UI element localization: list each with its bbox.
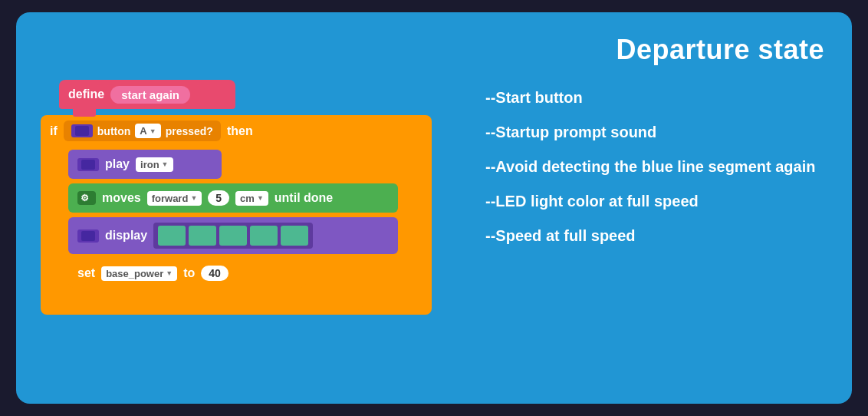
led-cell-1 [158, 226, 186, 246]
dropdown-arrow-direction: ▼ [190, 194, 197, 202]
distance-value[interactable]: 5 [208, 190, 229, 206]
dropdown-arrow-var: ▼ [166, 269, 173, 277]
moves-label: moves [102, 191, 141, 205]
card: Departure state define start again if [16, 12, 852, 404]
note-4: --LED light color at full speed [485, 191, 815, 212]
if-header: if button A ▼ pressed? then [41, 115, 432, 147]
led-grid [153, 223, 313, 249]
note-1: --Start button [485, 87, 815, 108]
define-name: start again [110, 86, 190, 104]
variable-dropdown[interactable]: base_power ▼ [101, 266, 177, 281]
play-block: play iron ▼ [68, 150, 222, 179]
then-label: then [227, 124, 253, 138]
pressed-label: pressed? [166, 125, 213, 137]
if-wrapper: if button A ▼ pressed? then [41, 115, 432, 315]
sound-dropdown[interactable]: iron ▼ [136, 157, 173, 172]
display-sensor-inner [81, 231, 95, 241]
card-title: Departure state [41, 34, 824, 66]
define-block: define start again [59, 80, 235, 109]
display-label: display [105, 229, 147, 243]
led-cell-2 [189, 226, 216, 246]
button-value-dropdown[interactable]: A ▼ [135, 124, 160, 138]
define-label: define [68, 87, 104, 101]
led-cell-3 [219, 226, 247, 246]
moves-icon [77, 191, 96, 205]
sensor-icon [71, 124, 93, 137]
play-label: play [105, 157, 130, 171]
card-body: define start again if button [41, 80, 824, 315]
dropdown-arrow-button: ▼ [150, 127, 156, 135]
play-sensor-inner [81, 160, 95, 170]
dropdown-arrow-unit: ▼ [257, 194, 264, 202]
condition-block: button A ▼ pressed? [64, 121, 221, 141]
dropdown-arrow-sound: ▼ [162, 160, 169, 168]
set-label: set [77, 266, 95, 280]
if-bottom-bar [41, 293, 363, 310]
unit-dropdown[interactable]: cm ▼ [235, 191, 268, 206]
set-block: set base_power ▼ to 40 [68, 259, 306, 288]
if-body: play iron ▼ moves forward ▼ [41, 147, 432, 293]
note-2: --Startup prompt sound [485, 122, 815, 143]
to-label: to [183, 266, 195, 280]
until-label: until done [275, 191, 333, 205]
if-label: if [50, 124, 58, 138]
note-5: --Speed at full speed [485, 226, 815, 246]
led-cell-5 [281, 226, 308, 246]
sensor-box-inner [75, 126, 89, 136]
note-3: --Avoid detecting the blue line segment … [485, 157, 815, 177]
blocks-area: define start again if button [41, 80, 455, 315]
play-sensor-icon [77, 158, 99, 171]
moves-block: moves forward ▼ 5 cm ▼ until done [68, 183, 398, 213]
set-value[interactable]: 40 [201, 266, 229, 281]
led-cell-4 [250, 226, 278, 246]
notes-area: --Start button --Startup prompt sound --… [485, 80, 815, 246]
display-sensor-icon [77, 229, 99, 243]
display-block: display [68, 217, 398, 254]
button-label: button [97, 125, 131, 137]
direction-dropdown[interactable]: forward ▼ [147, 191, 202, 206]
